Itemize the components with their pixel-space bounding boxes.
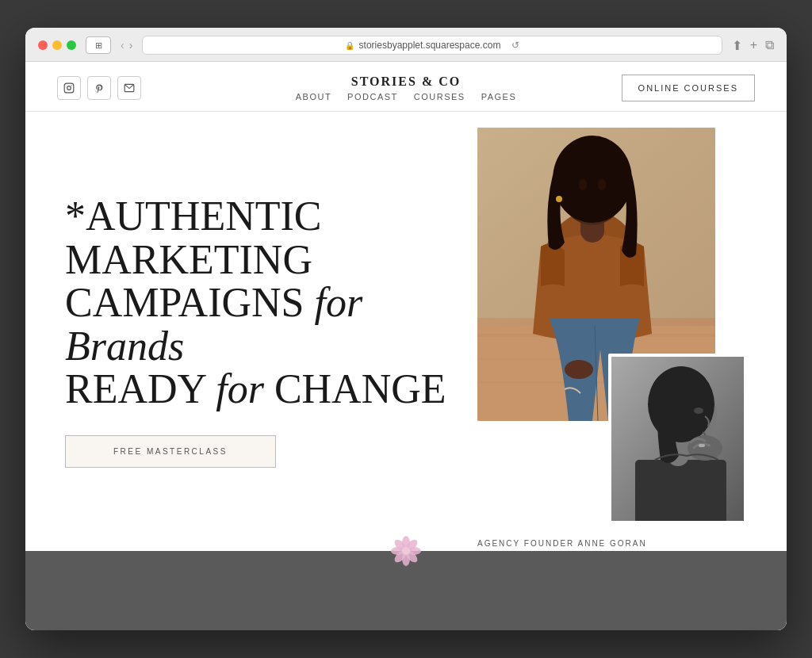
- url-text: storiesbyapplet.squarespace.com: [359, 40, 501, 51]
- headline-part4: CHANGE: [264, 366, 446, 411]
- svg-point-15: [598, 179, 606, 190]
- browser-actions: ⬆ + ⧉: [732, 38, 774, 53]
- close-button[interactable]: [38, 40, 48, 50]
- pinterest-link[interactable]: [87, 76, 111, 100]
- refresh-icon[interactable]: ↺: [511, 40, 519, 51]
- minimize-button[interactable]: [52, 40, 62, 50]
- instagram-link[interactable]: [57, 76, 81, 100]
- svg-point-24: [694, 407, 703, 414]
- hero-section: *AUTHENTIC MARKETING CAMPAIGNS for Brand…: [25, 112, 787, 551]
- headline-part3: READY: [65, 366, 216, 411]
- nav-podcast[interactable]: PODCAST: [347, 92, 398, 101]
- traffic-lights: [38, 40, 76, 50]
- flower-icon: [390, 535, 422, 567]
- social-icons: [57, 76, 141, 100]
- nav-about[interactable]: ABOUT: [296, 92, 331, 101]
- address-bar[interactable]: 🔒 storiesbyapplet.squarespace.com ↺: [142, 36, 722, 55]
- svg-point-35: [402, 547, 410, 555]
- svg-point-1: [67, 86, 71, 90]
- view-toggle[interactable]: ⊞: [86, 36, 111, 54]
- email-icon: [124, 82, 135, 94]
- bw-photo: [608, 354, 747, 524]
- svg-point-2: [71, 85, 72, 86]
- hero-text: *AUTHENTIC MARKETING CAMPAIGNS for Brand…: [65, 195, 477, 468]
- cta-button[interactable]: FREE MASTERCLASS: [65, 435, 276, 468]
- email-link[interactable]: [117, 76, 141, 100]
- back-button[interactable]: ‹: [121, 39, 124, 52]
- nav-courses[interactable]: COURSES: [414, 92, 465, 101]
- photo-caption: AGENCY FOUNDER ANNE GORAN: [477, 539, 647, 548]
- site-title: STORIES & CO: [296, 75, 517, 89]
- svg-point-13: [553, 136, 632, 223]
- forward-button[interactable]: ›: [129, 39, 133, 52]
- svg-point-17: [556, 196, 562, 202]
- browser-chrome: ⊞ ‹ › 🔒 storiesbyapplet.squarespace.com …: [25, 28, 787, 62]
- online-courses-button[interactable]: ONLINE COURSES: [622, 75, 755, 101]
- share-icon[interactable]: ⬆: [732, 38, 742, 53]
- svg-point-14: [579, 179, 587, 190]
- flower-ornament: [390, 535, 422, 572]
- svg-rect-20: [635, 460, 726, 524]
- woman-photo-bw: [611, 357, 747, 524]
- pinterest-icon: [94, 82, 105, 94]
- bottom-section: [25, 551, 787, 630]
- site-branding: STORIES & CO ABOUT PODCAST COURSES PAGES: [296, 75, 517, 101]
- nav-pages[interactable]: PAGES: [481, 92, 517, 101]
- instagram-icon: [63, 82, 75, 94]
- svg-rect-0: [64, 83, 74, 93]
- hero-images: AGENCY FOUNDER ANNE GORAN: [477, 128, 747, 524]
- svg-point-16: [565, 360, 593, 379]
- browser-window: ⊞ ‹ › 🔒 storiesbyapplet.squarespace.com …: [25, 28, 787, 630]
- headline-part2: CAMPAIGNS: [65, 280, 315, 325]
- new-tab-icon[interactable]: +: [750, 38, 757, 53]
- website-content: STORIES & CO ABOUT PODCAST COURSES PAGES…: [25, 62, 787, 630]
- svg-rect-26: [699, 444, 705, 447]
- fullscreen-button[interactable]: [67, 40, 76, 50]
- main-nav: ABOUT PODCAST COURSES PAGES: [296, 92, 517, 101]
- windows-icon[interactable]: ⧉: [765, 38, 774, 53]
- site-header: STORIES & CO ABOUT PODCAST COURSES PAGES…: [25, 62, 787, 112]
- lock-icon: 🔒: [345, 41, 354, 50]
- headline-italic2: for: [216, 366, 264, 411]
- hero-headline: *AUTHENTIC MARKETING CAMPAIGNS for Brand…: [65, 195, 477, 411]
- headline-part1: *AUTHENTIC MARKETING: [65, 193, 322, 282]
- nav-controls: ‹ ›: [121, 39, 132, 52]
